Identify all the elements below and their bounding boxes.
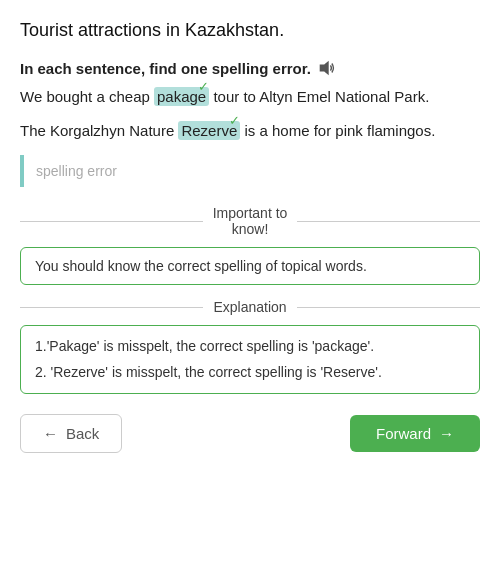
sentence-1: We bought a cheap pakage✓ tour to Altyn … xyxy=(20,85,480,109)
explanation-divider-left xyxy=(20,307,203,308)
sentence-2-after: is a home for pink flamingos. xyxy=(240,122,435,139)
sentence-1-after: tour to Altyn Emel National Park. xyxy=(209,88,429,105)
explanation-item-1: 1.'Pakage' is misspelt, the correct spel… xyxy=(35,336,465,357)
back-arrow-icon xyxy=(43,425,58,442)
forward-label: Forward xyxy=(376,425,431,442)
spelling-error-label: spelling error xyxy=(36,163,117,179)
info-box: You should know the correct spelling of … xyxy=(20,247,480,285)
highlighted-word-2[interactable]: Rezerve✓ xyxy=(178,121,240,140)
page-title: Tourist attractions in Kazakhstan. xyxy=(20,20,480,41)
instruction-label: In each sentence, find one spelling erro… xyxy=(20,60,311,77)
spelling-error-placeholder: spelling error xyxy=(20,155,480,187)
explanation-label: Explanation xyxy=(213,299,286,315)
divider-line-left xyxy=(20,221,203,222)
explanation-item-2: 2. 'Rezerve' is misspelt, the correct sp… xyxy=(35,362,465,383)
back-label: Back xyxy=(66,425,99,442)
info-text: You should know the correct spelling of … xyxy=(35,258,367,274)
back-button[interactable]: Back xyxy=(20,414,122,453)
sound-icon[interactable] xyxy=(317,59,335,77)
highlighted-word-1[interactable]: pakage✓ xyxy=(154,87,209,106)
svg-marker-0 xyxy=(320,61,329,75)
divider-line-right xyxy=(297,221,480,222)
important-label: Important to know! xyxy=(213,205,288,237)
instruction-text: In each sentence, find one spelling erro… xyxy=(20,59,480,77)
sentence-2-before: The Korgalzhyn Nature xyxy=(20,122,178,139)
important-divider: Important to know! xyxy=(20,205,480,237)
button-row: Back Forward xyxy=(20,414,480,453)
forward-arrow-icon xyxy=(439,425,454,442)
explanation-box: 1.'Pakage' is misspelt, the correct spel… xyxy=(20,325,480,394)
sentence-1-before: We bought a cheap xyxy=(20,88,154,105)
explanation-divider-right xyxy=(297,307,480,308)
forward-button[interactable]: Forward xyxy=(350,415,480,452)
explanation-divider: Explanation xyxy=(20,299,480,315)
sentence-2: The Korgalzhyn Nature Rezerve✓ is a home… xyxy=(20,119,480,143)
